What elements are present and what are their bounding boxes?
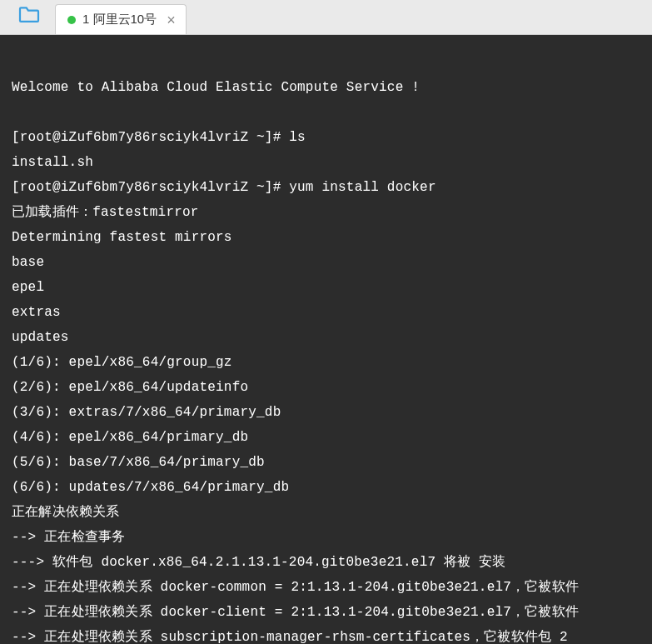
terminal-line: [root@iZuf6bm7y86rsciyk4lvriZ ~]# ls (12, 125, 640, 150)
terminal-line: ---> 软件包 docker.x86_64.2.1.13.1-204.git0… (12, 550, 640, 575)
terminal-line: epel (12, 275, 640, 300)
folder-button[interactable] (8, 1, 50, 31)
terminal-line: --> 正在处理依赖关系 subscription-manager-rhsm-c… (12, 625, 640, 644)
terminal-output[interactable]: Welcome to Alibaba Cloud Elastic Compute… (0, 35, 652, 644)
terminal-line (12, 50, 640, 75)
terminal-line: updates (12, 325, 640, 350)
terminal-line: (3/6): extras/7/x86_64/primary_db (12, 400, 640, 425)
close-icon[interactable]: × (167, 12, 176, 27)
folder-icon (17, 5, 41, 27)
terminal-line: (2/6): epel/x86_64/updateinfo (12, 375, 640, 400)
tab-bar: 1 阿里云10号 × (0, 0, 652, 35)
terminal-line: --> 正在处理依赖关系 docker-common = 2:1.13.1-20… (12, 575, 640, 600)
terminal-line: --> 正在检查事务 (12, 525, 640, 550)
terminal-line: (5/6): base/7/x86_64/primary_db (12, 450, 640, 475)
tab-session-1[interactable]: 1 阿里云10号 × (55, 4, 187, 34)
terminal-line: (4/6): epel/x86_64/primary_db (12, 425, 640, 450)
terminal-line: 正在解决依赖关系 (12, 500, 640, 525)
terminal-line: (6/6): updates/7/x86_64/primary_db (12, 475, 640, 500)
terminal-line: Determining fastest mirrors (12, 225, 640, 250)
terminal-line: Welcome to Alibaba Cloud Elastic Compute… (12, 75, 640, 100)
terminal-line: install.sh (12, 150, 640, 175)
terminal-line: (1/6): epel/x86_64/group_gz (12, 350, 640, 375)
terminal-line: extras (12, 300, 640, 325)
terminal-line: base (12, 250, 640, 275)
tab-label: 1 阿里云10号 (82, 12, 157, 27)
terminal-line: [root@iZuf6bm7y86rsciyk4lvriZ ~]# yum in… (12, 175, 640, 200)
status-dot-icon (67, 16, 76, 24)
terminal-line (12, 100, 640, 125)
terminal-line: 已加载插件：fastestmirror (12, 200, 640, 225)
terminal-line: --> 正在处理依赖关系 docker-client = 2:1.13.1-20… (12, 600, 640, 625)
